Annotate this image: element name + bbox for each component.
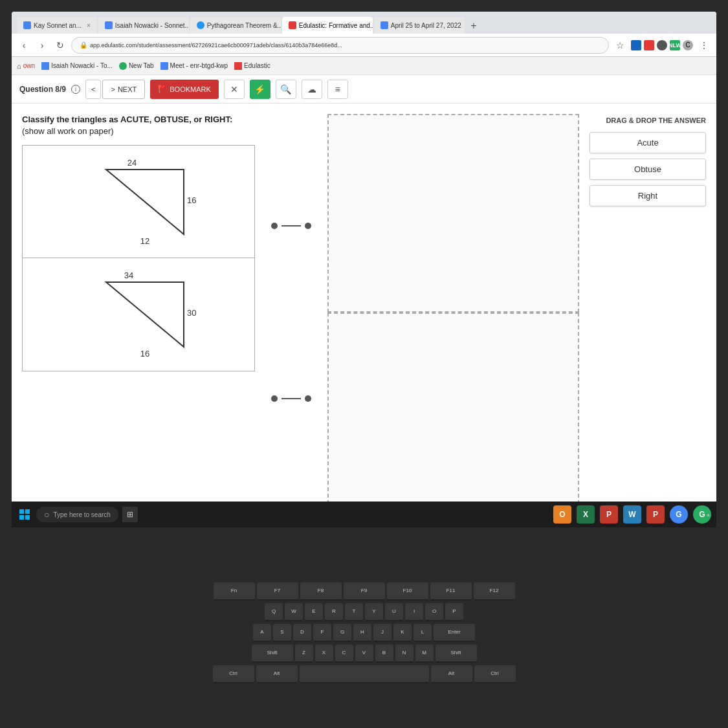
menu-button[interactable]: ⋮ [697, 38, 711, 52]
search-button[interactable]: 🔍 [276, 80, 296, 99]
key-e[interactable]: E [305, 603, 323, 621]
next-button[interactable]: > NEXT [102, 80, 145, 99]
bookmark-newtab[interactable]: New Tab [119, 62, 154, 70]
drag-label: DRAG & DROP THE ANSWER [590, 116, 706, 124]
taskbar-search-bar[interactable]: ○ Type here to search [36, 507, 118, 522]
key-fn[interactable]: Fn [214, 582, 255, 601]
search-circle-icon: ○ [44, 509, 49, 520]
key-i[interactable]: I [405, 603, 423, 621]
key-s[interactable]: S [273, 624, 291, 642]
svg-rect-2 [19, 509, 24, 514]
keyboard: Fn F7 F8 F9 F10 F11 F12 Q W E R T Y U I … [213, 582, 516, 683]
bookmark-isaiah[interactable]: Isaiah Nowacki - To... [41, 62, 113, 70]
key-y[interactable]: Y [365, 603, 383, 621]
windows-start[interactable] [17, 507, 32, 522]
key-t[interactable]: T [345, 603, 363, 621]
star-button[interactable]: ☆ [613, 38, 627, 52]
answer-right[interactable]: Right [590, 185, 706, 206]
drop-zone-2[interactable] [327, 313, 579, 511]
left-panel: Classify the triangles as ACUTE, OBTUSE,… [22, 114, 255, 511]
key-q[interactable]: Q [265, 603, 283, 621]
prev-button[interactable]: < [85, 80, 101, 99]
key-ctrl[interactable]: Ctrl [213, 665, 254, 683]
bookmark-meet-label: Meet - enr-btgd-kwp [170, 62, 228, 69]
keyboard-area: Fn F7 F8 F9 F10 F11 F12 Q W E R T Y U I … [0, 537, 728, 728]
t1-right-label: 16 [187, 195, 196, 205]
dot-2b [305, 395, 311, 402]
answer-acute[interactable]: Acute [590, 132, 706, 153]
key-k[interactable]: K [393, 624, 412, 642]
reload-button[interactable]: ↻ [53, 38, 67, 52]
info-icon[interactable]: i [71, 85, 80, 94]
key-f[interactable]: F [313, 624, 331, 642]
key-space[interactable] [300, 665, 429, 683]
connector-2 [271, 395, 311, 402]
bookmark-edulastic[interactable]: Edulastic [234, 62, 270, 70]
key-x[interactable]: X [315, 645, 333, 663]
key-z[interactable]: Z [295, 645, 313, 663]
key-l[interactable]: L [414, 624, 432, 642]
key-m[interactable]: M [415, 645, 434, 663]
key-f12[interactable]: F12 [474, 582, 515, 601]
key-f7[interactable]: F7 [257, 582, 298, 601]
key-g[interactable]: G [333, 624, 351, 642]
key-shift[interactable]: Shift [252, 645, 293, 663]
key-b[interactable]: B [375, 645, 393, 663]
key-v[interactable]: V [355, 645, 373, 663]
key-shift-right[interactable]: Shift [436, 645, 477, 663]
url-bar[interactable]: 🔒 app.edulastic.com/student/assessment/6… [71, 37, 609, 54]
taskbar-excel-icon[interactable]: X [577, 505, 595, 524]
cloud-button[interactable]: ☁ [302, 80, 322, 99]
system-tray: ▲ [705, 511, 711, 518]
lightning-button[interactable]: ⚡ [250, 80, 270, 99]
key-j[interactable]: J [373, 624, 392, 642]
key-a[interactable]: A [253, 624, 271, 642]
tab-april[interactable]: April 25 to April 27, 2022 × [374, 17, 465, 34]
extension-area: NLW C [631, 40, 693, 50]
key-n[interactable]: N [395, 645, 414, 663]
back-button[interactable]: ‹ [17, 38, 31, 52]
key-u[interactable]: U [385, 603, 403, 621]
ext-icon-1 [631, 40, 641, 50]
new-tab-button[interactable]: + [466, 18, 481, 34]
key-w[interactable]: W [285, 603, 303, 621]
taskbar-pdf-icon[interactable]: P [646, 505, 665, 524]
taskbar-chrome-icon[interactable]: G [670, 505, 688, 524]
key-f11[interactable]: F11 [430, 582, 472, 601]
lock-icon: 🔒 [80, 41, 87, 49]
taskview-button[interactable]: ⊞ [122, 507, 138, 522]
key-d[interactable]: D [293, 624, 311, 642]
taskbar-powerpoint-icon[interactable]: P [600, 505, 618, 524]
dot-1a [271, 223, 278, 229]
menu-options-button[interactable]: ≡ [327, 80, 348, 99]
key-enter[interactable]: Enter [434, 624, 475, 642]
t1-bottom-label: 12 [140, 236, 149, 246]
key-ctrl-right[interactable]: Ctrl [474, 665, 516, 683]
key-p[interactable]: P [445, 603, 463, 621]
tab-edulastic[interactable]: Edulastic: Formative and... × [282, 17, 373, 34]
key-alt[interactable]: Alt [256, 665, 298, 683]
taskbar-word-icon[interactable]: W [623, 505, 641, 524]
key-h[interactable]: H [353, 624, 371, 642]
tab-isaiah[interactable]: Isaiah Nowacki - Sonnet... × [98, 17, 189, 34]
address-bar: ‹ › ↻ 🔒 app.edulastic.com/student/assess… [12, 34, 716, 57]
taskbar-outlook-icon[interactable]: O [553, 505, 571, 524]
drop-zone-1[interactable] [327, 114, 579, 313]
taskbar-app-icons: O X P W P G G [553, 505, 711, 524]
key-o[interactable]: O [425, 603, 443, 621]
bookmark-button[interactable]: 🚩 BOOKMARK [150, 80, 219, 99]
tab-kay-sonnet[interactable]: Kay Sonnet an... × [17, 17, 97, 34]
close-button[interactable]: ✕ [224, 80, 245, 99]
key-f10[interactable]: F10 [387, 582, 428, 601]
key-r[interactable]: R [325, 603, 343, 621]
key-alt-right[interactable]: Alt [431, 665, 472, 683]
bookmark-home[interactable]: ⌂ own [17, 62, 35, 70]
key-f9[interactable]: F9 [344, 582, 385, 601]
answer-obtuse[interactable]: Obtuse [590, 159, 706, 180]
forward-button[interactable]: › [35, 38, 49, 52]
key-f8[interactable]: F8 [300, 582, 342, 601]
bookmark-meet[interactable]: Meet - enr-btgd-kwp [160, 62, 228, 70]
key-c[interactable]: C [335, 645, 353, 663]
profile-icon[interactable]: C [683, 40, 693, 50]
tab-pythagorean[interactable]: Pythagorean Theorem &... × [190, 17, 281, 34]
